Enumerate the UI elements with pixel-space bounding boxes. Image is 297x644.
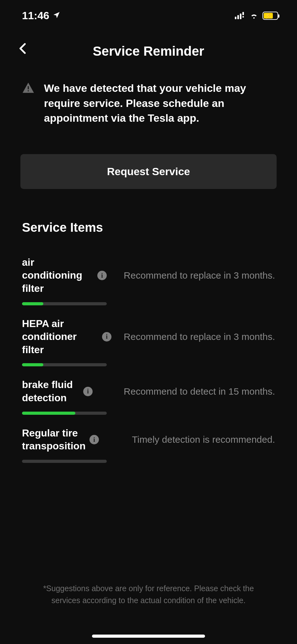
service-item-progress <box>22 412 107 415</box>
wifi-icon <box>249 9 259 22</box>
svg-rect-1 <box>237 15 239 19</box>
location-icon <box>52 9 61 22</box>
service-item-name: HEPA air conditioner filter <box>22 317 99 357</box>
footnote: *Suggestions above are only for referenc… <box>0 583 297 606</box>
service-item-recommendation: Recommend to replace in 3 months. <box>115 331 275 342</box>
service-item: HEPA air conditioner filter i Recommend … <box>22 305 275 367</box>
page-title: Service Reminder <box>93 44 204 59</box>
service-item-progress <box>22 460 107 463</box>
svg-rect-4 <box>242 12 244 15</box>
section-title-service-items: Service Items <box>0 189 297 244</box>
service-item-progress <box>22 302 107 305</box>
svg-rect-3 <box>242 16 244 18</box>
service-item-progress <box>22 363 107 366</box>
info-icon[interactable]: i <box>97 271 107 280</box>
cellular-icon <box>235 9 246 22</box>
battery-icon: ⚡ <box>262 12 278 20</box>
svg-rect-0 <box>235 17 236 19</box>
home-indicator[interactable] <box>92 635 205 638</box>
svg-rect-5 <box>28 86 29 89</box>
service-item-name: Regular tire transposition <box>22 427 86 453</box>
info-icon[interactable]: i <box>83 387 93 396</box>
alert-text: We have detected that your vehicle may r… <box>44 81 275 126</box>
svg-rect-6 <box>28 90 29 91</box>
service-item-recommendation: Recommend to replace in 3 months. <box>110 270 275 281</box>
service-item: brake fluid detection i Recommend to det… <box>22 366 275 414</box>
service-item-progress-fill <box>22 302 43 305</box>
status-bar: 11:46 ⚡ <box>0 0 297 28</box>
back-button[interactable] <box>19 43 26 56</box>
svg-rect-2 <box>240 14 241 19</box>
service-items-list: air conditioning filter i Recommend to r… <box>0 244 297 463</box>
page-header: Service Reminder <box>0 28 297 68</box>
service-item-name: air conditioning filter <box>22 256 94 295</box>
info-icon[interactable]: i <box>102 332 111 341</box>
service-item: Regular tire transposition i Timely dete… <box>22 415 275 463</box>
service-item-recommendation: Timely detection is recommended. <box>102 434 275 445</box>
service-item: air conditioning filter i Recommend to r… <box>22 244 275 305</box>
service-item-name: brake fluid detection <box>22 378 80 404</box>
request-service-button[interactable]: Request Service <box>20 154 277 189</box>
request-service-label: Request Service <box>107 165 190 177</box>
status-left: 11:46 <box>22 9 61 22</box>
status-right: ⚡ <box>235 9 278 22</box>
service-item-recommendation: Recommend to detect in 15 months. <box>96 386 275 397</box>
warning-icon <box>22 82 35 95</box>
service-item-progress-fill <box>22 363 43 366</box>
status-time: 11:46 <box>22 9 49 22</box>
alert-banner: We have detected that your vehicle may r… <box>0 68 297 135</box>
info-icon[interactable]: i <box>89 435 99 444</box>
service-item-progress-fill <box>22 412 75 415</box>
